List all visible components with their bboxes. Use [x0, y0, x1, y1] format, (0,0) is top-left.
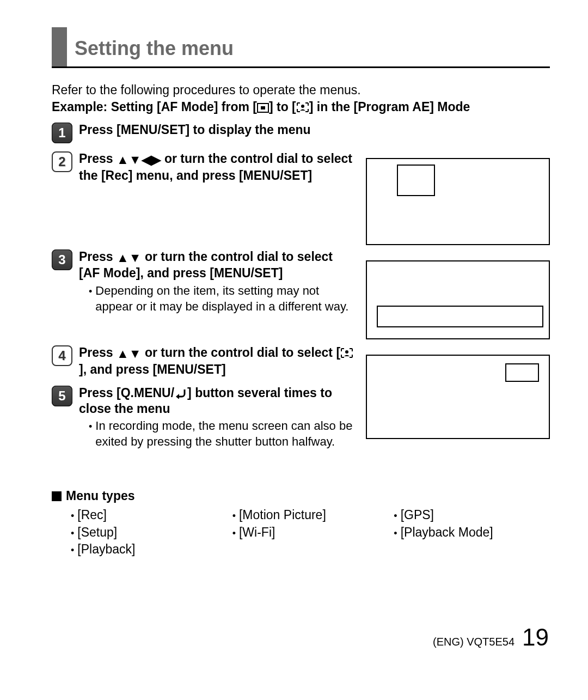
menu-types-heading-text: Menu types: [66, 489, 135, 503]
diagram-selection-box: [397, 165, 435, 196]
diagram-row-highlight: [377, 306, 543, 327]
up-down-arrows-icon: ▲▼: [117, 346, 142, 362]
example-mid: ] to [: [269, 100, 296, 114]
step-badge-2: 2: [52, 151, 72, 172]
diagram-step-3: [366, 260, 550, 339]
intro-text: Refer to the following procedures to ope…: [52, 82, 550, 115]
step-5-note-text: In recording mode, the menu screen can a…: [95, 418, 354, 449]
step-4-title-p1: Press: [79, 345, 117, 360]
page-footer: (ENG) VQT5E54 19: [433, 624, 549, 651]
step-4-title-p2: or turn the control dial to select [: [142, 345, 340, 360]
bullet-icon: [232, 524, 236, 541]
title-accent-mark: [52, 27, 67, 66]
menu-item: [Motion Picture]: [239, 507, 326, 524]
return-icon: [174, 388, 187, 399]
menu-types-heading: Menu types: [52, 489, 550, 503]
step-badge-1: 1: [52, 123, 72, 143]
step-3-note: Depending on the item, its setting may n…: [79, 283, 354, 314]
menu-item: [Playback Mode]: [401, 524, 493, 541]
step-2-title-p1: Press: [79, 151, 117, 166]
menu-types-col-1: [Rec] [Setup] [Playback]: [71, 507, 227, 557]
step-5-title-p1: Press [Q.MENU/: [79, 386, 174, 400]
step-2-title: Press ▲▼◀▶ or turn the control dial to s…: [79, 151, 352, 182]
single-af-icon: [257, 103, 269, 113]
bullet-icon: [394, 507, 397, 524]
diagram-step-4: [366, 355, 550, 439]
title-bar: Setting the menu: [52, 27, 550, 68]
square-bullet-icon: [52, 491, 62, 501]
menu-item: [Wi-Fi]: [239, 524, 275, 541]
step-4: 4 Press ▲▼ or turn the control dial to s…: [52, 345, 354, 378]
bullet-icon: [71, 541, 74, 558]
menu-types-section: Menu types [Rec] [Setup] [Playback] [Mot…: [52, 489, 550, 557]
menu-types-col-3: [GPS] [Playback Mode]: [394, 507, 550, 557]
svg-point-3: [345, 350, 348, 354]
example-line: Example: Setting [AF Mode] from [] to []…: [52, 100, 470, 114]
menu-item: [Playback]: [77, 541, 135, 558]
step-3-title: Press ▲▼ or turn the control dial to sel…: [79, 249, 333, 281]
step-1: 1 Press [MENU/SET] to display the menu: [52, 122, 354, 143]
menu-item: [GPS]: [401, 507, 434, 524]
svg-rect-1: [261, 106, 265, 109]
face-detect-icon: [296, 102, 309, 113]
example-prefix: Example: Setting [AF Mode] from [: [52, 100, 257, 114]
bullet-icon: [71, 524, 74, 541]
step-4-title: Press ▲▼ or turn the control dial to sel…: [79, 345, 353, 376]
bullet-icon: [232, 507, 236, 524]
diagram-step-2: [366, 158, 550, 245]
bullet-icon: [89, 418, 92, 449]
diagram-option-box: [505, 363, 539, 382]
bullet-icon: [71, 507, 74, 524]
step-3: 3 Press ▲▼ or turn the control dial to s…: [52, 249, 354, 338]
step-badge-3: 3: [52, 249, 72, 270]
page-title: Setting the menu: [67, 27, 234, 66]
bullet-icon: [89, 283, 92, 314]
menu-item: [Setup]: [77, 524, 117, 541]
face-detect-icon: [340, 348, 353, 358]
step-2: 2 Press ▲▼◀▶ or turn the control dial to…: [52, 151, 354, 184]
step-3-title-p1: Press: [79, 249, 117, 264]
bullet-icon: [394, 524, 397, 541]
menu-item: [Rec]: [77, 507, 107, 524]
menu-types-col-2: [Motion Picture] [Wi-Fi]: [232, 507, 389, 557]
svg-point-2: [301, 105, 304, 108]
step-5-title: Press [Q.MENU/] button several times to …: [79, 386, 332, 416]
step-3-note-text: Depending on the item, its setting may n…: [95, 283, 354, 314]
page-number: 19: [522, 624, 549, 651]
step-4-title-p3: ], and press [MENU/SET]: [79, 362, 226, 376]
up-down-arrows-icon: ▲▼: [117, 250, 142, 266]
example-suffix: ] in the [Program AE] Mode: [309, 100, 470, 114]
step-5: 5 Press [Q.MENU/] button several times t…: [52, 385, 354, 450]
step-1-title: Press [MENU/SET] to display the menu: [79, 123, 311, 137]
document-code: (ENG) VQT5E54: [433, 636, 514, 648]
intro-line: Refer to the following procedures to ope…: [52, 83, 361, 97]
step-5-note: In recording mode, the menu screen can a…: [79, 418, 354, 449]
step-badge-5: 5: [52, 386, 72, 406]
step-badge-4: 4: [52, 345, 72, 366]
up-down-left-right-arrows-icon: ▲▼◀▶: [117, 152, 161, 168]
